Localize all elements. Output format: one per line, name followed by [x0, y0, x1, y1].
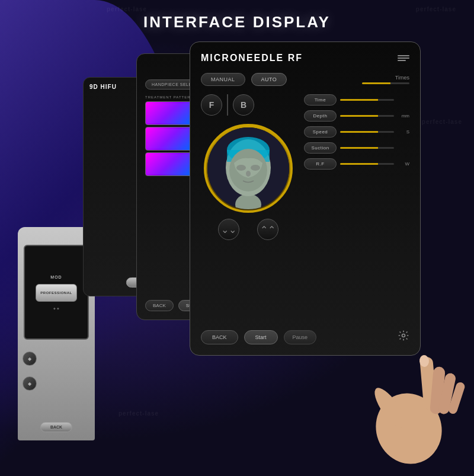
screen3-left: F B	[201, 94, 296, 240]
svg-point-7	[236, 165, 246, 171]
treatment-cell-7[interactable]	[145, 152, 193, 176]
chevron-up-icon: ⌃⌃	[260, 224, 276, 235]
suction-bar	[340, 147, 394, 149]
watermark-2: perfect-lase	[416, 6, 456, 12]
param-speed-row: Speed S	[304, 126, 409, 138]
face-inner	[207, 127, 289, 209]
screen2-back-button[interactable]: BACK	[145, 300, 174, 311]
param-suction-row: Suction	[304, 142, 409, 154]
speed-button[interactable]: Speed	[304, 126, 337, 138]
screens-area: 9D HIFU BACK LIPO HI HANDPIECE SELECTION…	[83, 41, 468, 446]
param-rf-row: R.F W	[304, 158, 409, 170]
face-svg	[207, 127, 289, 209]
f-button[interactable]: F	[201, 94, 222, 116]
treatment-cell-4[interactable]	[145, 127, 193, 151]
machine-pro-button[interactable]: PROFESSIONAL	[36, 284, 77, 302]
hand-graphic	[332, 286, 474, 464]
suction-button[interactable]: Suction	[304, 142, 337, 154]
screen3-right: Time Depth mm Speed S Suction	[304, 94, 409, 240]
nav-icon-2: ◆	[28, 381, 31, 386]
speed-bar	[340, 131, 394, 133]
title-line-1	[398, 55, 409, 56]
chevron-down-icon: ⌄⌄	[221, 224, 236, 235]
rf-button[interactable]: R.F	[304, 158, 337, 170]
machine-back-button[interactable]: BACK	[40, 422, 72, 432]
svg-point-9	[246, 171, 251, 177]
param-depth-row: Depth mm	[304, 110, 409, 122]
nav-arrows: ⌄⌄ ⌃⌃	[201, 219, 296, 240]
page-title: INTERFACE DISPLAY	[143, 13, 331, 31]
speed-unit: S	[398, 129, 409, 135]
rf-bar	[340, 163, 394, 165]
machine-screen: MOD PROFESSIONAL ◆ ◆	[24, 245, 89, 340]
nav-icon-1: ◆	[28, 356, 31, 362]
depth-button[interactable]: Depth	[304, 110, 337, 122]
time-bar	[340, 99, 394, 101]
times-bar	[362, 82, 409, 84]
machine-logo: ◆ ◆	[53, 306, 59, 310]
title-line-3	[398, 60, 406, 61]
rf-unit: W	[398, 161, 409, 167]
machine-nav-item-1[interactable]: ◆	[23, 352, 37, 366]
screen3-pause-button[interactable]: Pause	[284, 330, 317, 344]
depth-bar	[340, 115, 394, 117]
hand-svg	[332, 286, 474, 464]
fb-row: F B	[201, 94, 296, 116]
machine-mode-label: MOD	[50, 275, 62, 279]
title-line-2	[398, 57, 409, 59]
times-label: Times	[395, 75, 409, 81]
face-display	[204, 124, 293, 213]
depth-unit: mm	[398, 113, 409, 119]
param-time-row: Time	[304, 94, 409, 106]
b-button[interactable]: B	[233, 94, 254, 116]
arrow-up-button[interactable]: ⌃⌃	[257, 219, 278, 240]
time-button[interactable]: Time	[304, 94, 337, 106]
screen3-title-text: MICRONEEDLE RF	[201, 53, 303, 63]
auto-button[interactable]: AUTO	[251, 73, 287, 86]
manual-button[interactable]: MANUAL	[201, 73, 245, 86]
title-decoration	[398, 55, 409, 61]
screen3-mode-row: MANUAL AUTO Times	[201, 73, 409, 86]
watermark-1: perfect-lase	[107, 6, 147, 12]
screen3-back-button[interactable]: BACK	[201, 330, 238, 344]
machine-nav-item-2[interactable]: ◆	[23, 376, 37, 391]
screen3-title: MICRONEEDLE RF	[201, 53, 409, 63]
treatment-cell-1[interactable]	[145, 101, 193, 125]
svg-point-8	[251, 165, 260, 171]
arrow-down-button[interactable]: ⌄⌄	[218, 219, 239, 240]
machine-nav: ◆ ◆	[23, 352, 37, 391]
screen3-main: F B	[201, 94, 409, 240]
fb-divider	[227, 94, 228, 116]
times-section: Times	[362, 75, 409, 84]
screen3-start-button[interactable]: Start	[244, 330, 278, 344]
